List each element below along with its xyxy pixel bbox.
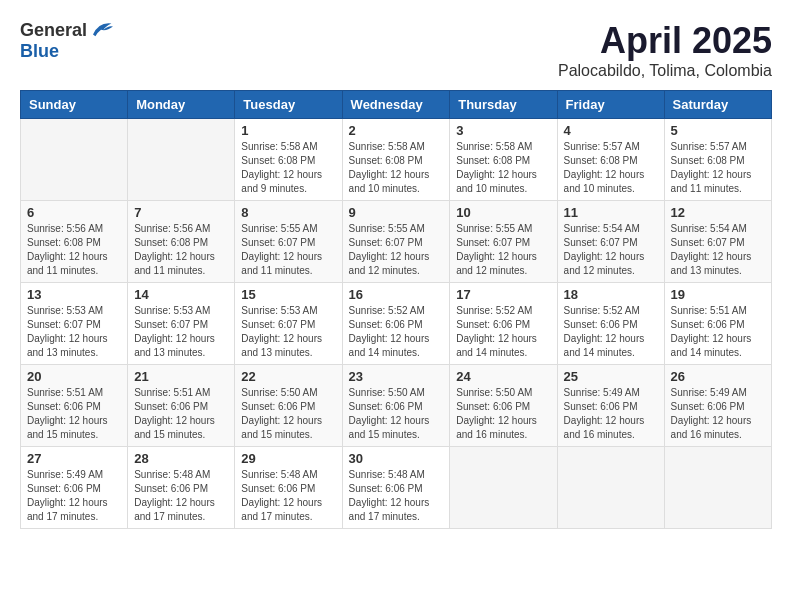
day-number: 17 [456,287,550,302]
day-info: Sunrise: 5:58 AMSunset: 6:08 PMDaylight:… [241,140,335,196]
calendar-week-row: 6Sunrise: 5:56 AMSunset: 6:08 PMDaylight… [21,201,772,283]
location-title: Palocabildo, Tolima, Colombia [558,62,772,80]
day-info: Sunrise: 5:49 AMSunset: 6:06 PMDaylight:… [671,386,765,442]
calendar-cell: 9Sunrise: 5:55 AMSunset: 6:07 PMDaylight… [342,201,450,283]
day-info: Sunrise: 5:56 AMSunset: 6:08 PMDaylight:… [27,222,121,278]
calendar-cell: 28Sunrise: 5:48 AMSunset: 6:06 PMDayligh… [128,447,235,529]
day-number: 24 [456,369,550,384]
logo-general-text: General [20,20,87,41]
calendar-cell: 4Sunrise: 5:57 AMSunset: 6:08 PMDaylight… [557,119,664,201]
calendar-cell: 23Sunrise: 5:50 AMSunset: 6:06 PMDayligh… [342,365,450,447]
calendar-cell: 15Sunrise: 5:53 AMSunset: 6:07 PMDayligh… [235,283,342,365]
day-info: Sunrise: 5:51 AMSunset: 6:06 PMDaylight:… [671,304,765,360]
day-number: 15 [241,287,335,302]
day-number: 27 [27,451,121,466]
day-info: Sunrise: 5:48 AMSunset: 6:06 PMDaylight:… [134,468,228,524]
day-number: 2 [349,123,444,138]
day-number: 8 [241,205,335,220]
day-number: 22 [241,369,335,384]
day-number: 6 [27,205,121,220]
day-number: 25 [564,369,658,384]
calendar-cell [557,447,664,529]
calendar-cell: 13Sunrise: 5:53 AMSunset: 6:07 PMDayligh… [21,283,128,365]
day-number: 26 [671,369,765,384]
title-area: April 2025 Palocabildo, Tolima, Colombia [558,20,772,80]
calendar-week-row: 20Sunrise: 5:51 AMSunset: 6:06 PMDayligh… [21,365,772,447]
day-info: Sunrise: 5:49 AMSunset: 6:06 PMDaylight:… [27,468,121,524]
calendar-cell: 26Sunrise: 5:49 AMSunset: 6:06 PMDayligh… [664,365,771,447]
day-number: 13 [27,287,121,302]
weekday-header: Monday [128,91,235,119]
day-number: 1 [241,123,335,138]
day-number: 29 [241,451,335,466]
calendar-cell: 16Sunrise: 5:52 AMSunset: 6:06 PMDayligh… [342,283,450,365]
calendar-cell: 14Sunrise: 5:53 AMSunset: 6:07 PMDayligh… [128,283,235,365]
logo-blue-text: Blue [20,41,59,62]
day-info: Sunrise: 5:56 AMSunset: 6:08 PMDaylight:… [134,222,228,278]
calendar-header-row: SundayMondayTuesdayWednesdayThursdayFrid… [21,91,772,119]
calendar-table: SundayMondayTuesdayWednesdayThursdayFrid… [20,90,772,529]
day-info: Sunrise: 5:58 AMSunset: 6:08 PMDaylight:… [349,140,444,196]
calendar-cell: 10Sunrise: 5:55 AMSunset: 6:07 PMDayligh… [450,201,557,283]
calendar-cell [450,447,557,529]
day-info: Sunrise: 5:50 AMSunset: 6:06 PMDaylight:… [456,386,550,442]
day-info: Sunrise: 5:54 AMSunset: 6:07 PMDaylight:… [564,222,658,278]
day-info: Sunrise: 5:52 AMSunset: 6:06 PMDaylight:… [456,304,550,360]
weekday-header: Sunday [21,91,128,119]
day-number: 16 [349,287,444,302]
day-info: Sunrise: 5:50 AMSunset: 6:06 PMDaylight:… [241,386,335,442]
calendar-cell: 27Sunrise: 5:49 AMSunset: 6:06 PMDayligh… [21,447,128,529]
day-number: 10 [456,205,550,220]
day-info: Sunrise: 5:48 AMSunset: 6:06 PMDaylight:… [349,468,444,524]
logo-bird-icon [89,20,113,38]
day-info: Sunrise: 5:50 AMSunset: 6:06 PMDaylight:… [349,386,444,442]
day-info: Sunrise: 5:53 AMSunset: 6:07 PMDaylight:… [134,304,228,360]
weekday-header: Friday [557,91,664,119]
calendar-cell: 25Sunrise: 5:49 AMSunset: 6:06 PMDayligh… [557,365,664,447]
day-info: Sunrise: 5:57 AMSunset: 6:08 PMDaylight:… [564,140,658,196]
day-number: 21 [134,369,228,384]
calendar-cell [664,447,771,529]
calendar-cell: 24Sunrise: 5:50 AMSunset: 6:06 PMDayligh… [450,365,557,447]
day-info: Sunrise: 5:51 AMSunset: 6:06 PMDaylight:… [134,386,228,442]
calendar-cell: 3Sunrise: 5:58 AMSunset: 6:08 PMDaylight… [450,119,557,201]
day-number: 7 [134,205,228,220]
calendar-cell: 7Sunrise: 5:56 AMSunset: 6:08 PMDaylight… [128,201,235,283]
weekday-header: Wednesday [342,91,450,119]
day-number: 19 [671,287,765,302]
day-info: Sunrise: 5:53 AMSunset: 6:07 PMDaylight:… [241,304,335,360]
calendar-cell: 17Sunrise: 5:52 AMSunset: 6:06 PMDayligh… [450,283,557,365]
calendar-cell: 8Sunrise: 5:55 AMSunset: 6:07 PMDaylight… [235,201,342,283]
calendar-cell: 22Sunrise: 5:50 AMSunset: 6:06 PMDayligh… [235,365,342,447]
calendar-cell: 1Sunrise: 5:58 AMSunset: 6:08 PMDaylight… [235,119,342,201]
calendar-week-row: 13Sunrise: 5:53 AMSunset: 6:07 PMDayligh… [21,283,772,365]
weekday-header: Tuesday [235,91,342,119]
day-number: 9 [349,205,444,220]
day-info: Sunrise: 5:55 AMSunset: 6:07 PMDaylight:… [456,222,550,278]
day-number: 18 [564,287,658,302]
calendar-cell: 2Sunrise: 5:58 AMSunset: 6:08 PMDaylight… [342,119,450,201]
day-number: 20 [27,369,121,384]
day-number: 23 [349,369,444,384]
calendar-cell: 20Sunrise: 5:51 AMSunset: 6:06 PMDayligh… [21,365,128,447]
day-info: Sunrise: 5:52 AMSunset: 6:06 PMDaylight:… [564,304,658,360]
calendar-cell [128,119,235,201]
day-info: Sunrise: 5:55 AMSunset: 6:07 PMDaylight:… [241,222,335,278]
weekday-header: Thursday [450,91,557,119]
day-number: 5 [671,123,765,138]
day-number: 4 [564,123,658,138]
day-number: 28 [134,451,228,466]
day-number: 3 [456,123,550,138]
calendar-cell: 11Sunrise: 5:54 AMSunset: 6:07 PMDayligh… [557,201,664,283]
day-info: Sunrise: 5:51 AMSunset: 6:06 PMDaylight:… [27,386,121,442]
calendar-week-row: 1Sunrise: 5:58 AMSunset: 6:08 PMDaylight… [21,119,772,201]
day-info: Sunrise: 5:48 AMSunset: 6:06 PMDaylight:… [241,468,335,524]
day-info: Sunrise: 5:57 AMSunset: 6:08 PMDaylight:… [671,140,765,196]
day-info: Sunrise: 5:55 AMSunset: 6:07 PMDaylight:… [349,222,444,278]
calendar-cell: 30Sunrise: 5:48 AMSunset: 6:06 PMDayligh… [342,447,450,529]
day-info: Sunrise: 5:49 AMSunset: 6:06 PMDaylight:… [564,386,658,442]
page-header: General Blue April 2025 Palocabildo, Tol… [20,20,772,80]
calendar-cell: 6Sunrise: 5:56 AMSunset: 6:08 PMDaylight… [21,201,128,283]
day-info: Sunrise: 5:53 AMSunset: 6:07 PMDaylight:… [27,304,121,360]
month-title: April 2025 [558,20,772,62]
